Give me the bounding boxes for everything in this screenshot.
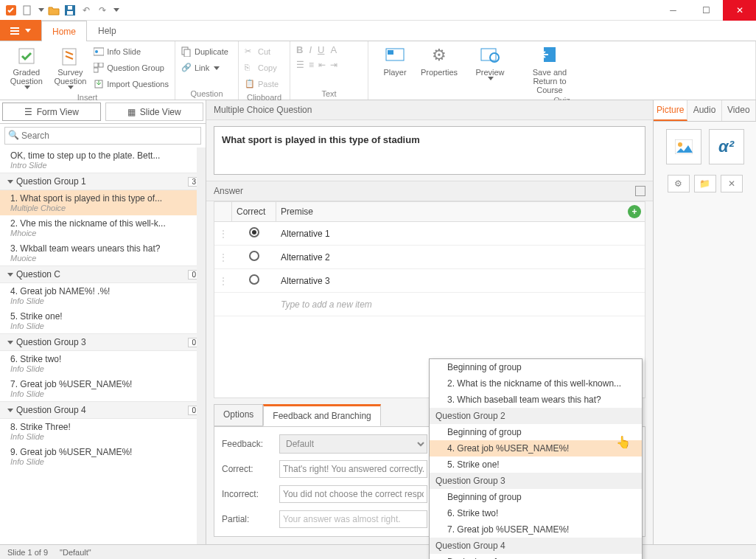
dropdown-item[interactable]: Beginning of group [430, 424, 642, 440]
answer-row-1[interactable]: ⋮Alternative 1 [214, 222, 645, 246]
dropdown-item[interactable]: 5. Strike one! [430, 456, 642, 473]
question-text-input[interactable]: What sport is played in this type of sta… [214, 126, 645, 175]
dropdown-item[interactable]: Beginning of group [430, 489, 642, 505]
minimize-button[interactable]: ─ [657, 0, 690, 21]
tab-help[interactable]: Help [87, 20, 127, 41]
indent-inc-icon[interactable]: ⇥ [330, 60, 337, 70]
nav-group-1[interactable]: Question Group 13 [0, 173, 206, 190]
feedback-tab[interactable]: Feedback and Branching [263, 404, 380, 426]
close-button[interactable]: ✕ [723, 0, 756, 21]
link-button[interactable]: 🔗Link [181, 60, 228, 75]
nav-q5[interactable]: 5. Strike one!Info Slide [0, 308, 206, 333]
dropdown-item[interactable]: 6. Strike two! [430, 505, 642, 521]
nav-q1-title: 1. What sport is played in this type of.… [10, 193, 200, 204]
correct-radio-3[interactable] [249, 274, 259, 285]
answer-row-2[interactable]: ⋮Alternative 2 [214, 246, 645, 269]
indent-dec-icon[interactable]: ⇤ [318, 60, 326, 70]
preview-button[interactable]: Preview [469, 44, 511, 80]
slide-view-tab[interactable]: ▦Slide View [105, 103, 204, 121]
options-tab[interactable]: Options [214, 404, 263, 426]
incorrect-input[interactable] [279, 485, 427, 503]
alt-2-text[interactable]: Alternative 2 [276, 252, 645, 263]
file-tab[interactable] [0, 20, 41, 41]
properties-label: Properties [421, 68, 458, 77]
survey-question-button[interactable]: Survey Question [50, 44, 91, 89]
dropdown-item[interactable]: 3. Which baseball team wears this hat? [430, 392, 642, 408]
preview-label: Preview [475, 68, 504, 77]
nav-q6[interactable]: 6. Strike two!Info Slide [0, 351, 206, 376]
nav-q9[interactable]: 9. Great job %USER_NAME%!Info Slide [0, 444, 206, 469]
new-dropdown[interactable] [38, 8, 44, 12]
nav-intro[interactable]: OK, time to step up to the plate. Bett..… [0, 147, 206, 173]
dropdown-item[interactable]: 7. Great job %USER_NAME%! [430, 521, 642, 538]
nav-q7[interactable]: 7. Great job %USER_NAME%!Info Slide [0, 376, 206, 401]
left-panel: ☰Form View ▦Slide View 🔍 OK, time to ste… [0, 100, 206, 544]
redo-icon[interactable]: ↷ [96, 4, 109, 17]
font-color-icon[interactable]: A [330, 44, 337, 55]
equation-placeholder[interactable]: α² [709, 129, 744, 164]
nav-q4[interactable]: 4. Great job NAME%! .%!Info Slide [0, 283, 206, 308]
dropdown-item[interactable]: Beginning of group [430, 359, 642, 375]
save-icon[interactable] [63, 4, 77, 17]
qat-dropdown[interactable] [113, 8, 119, 12]
nav-scrollbar[interactable] [197, 147, 206, 544]
nav-q2[interactable]: 2. Vhe mis the nickname of this well-k..… [0, 215, 206, 240]
info-slide-button[interactable]: Info Slide [94, 44, 169, 59]
answer-row-3[interactable]: ⋮Alternative 3 [214, 269, 645, 293]
media-settings-button[interactable]: ⚙ [668, 175, 690, 192]
tab-home[interactable]: Home [41, 21, 87, 41]
feedback-select[interactable]: Default [279, 434, 427, 454]
dropdown-item[interactable]: Beginning of group [430, 554, 642, 559]
graded-question-button[interactable]: Graded Question [6, 44, 47, 89]
image-placeholder[interactable] [666, 129, 701, 164]
answer-row-new[interactable]: Type to add a new item [214, 293, 645, 316]
nav-q1[interactable]: 1. What sport is played in this type of.… [0, 190, 206, 215]
save-return-button[interactable]: Save and Return to Course [520, 44, 579, 94]
open-icon[interactable] [47, 4, 60, 17]
undo-icon[interactable]: ↶ [80, 4, 93, 17]
search-input[interactable] [4, 127, 201, 145]
svg-point-11 [95, 50, 98, 53]
form-view-tab[interactable]: ☰Form View [2, 103, 101, 121]
picture-tab[interactable]: Picture [654, 100, 687, 121]
alt-3-text[interactable]: Alternative 3 [276, 276, 645, 286]
nav-group-4-label: Question Group 4 [16, 405, 86, 415]
nav-group-4[interactable]: Question Group 40 [0, 401, 206, 419]
nav-list: OK, time to step up to the plate. Bett..… [0, 147, 206, 469]
media-delete-button[interactable]: ✕ [721, 175, 743, 192]
bullets-icon[interactable]: ☰ [296, 60, 304, 70]
cut-button[interactable]: ✂Cut [245, 44, 279, 59]
correct-radio-1[interactable] [249, 227, 259, 237]
nav-intro-title: OK, time to step up to the plate. Bett..… [10, 150, 200, 161]
nav-group-3[interactable]: Question Group 30 [0, 333, 206, 351]
import-questions-button[interactable]: Import Questions [94, 77, 169, 91]
answer-expand-icon[interactable] [635, 186, 645, 196]
properties-button[interactable]: ⚙Properties [419, 44, 460, 77]
video-tab[interactable]: Video [722, 100, 756, 121]
partial-input[interactable] [279, 510, 427, 528]
new-icon[interactable] [21, 4, 34, 17]
branch-dropdown-popup[interactable]: Beginning of group2. What is the nicknam… [429, 358, 643, 559]
maximize-button[interactable]: ☐ [690, 0, 723, 21]
add-answer-button[interactable]: + [628, 205, 641, 218]
nav-q2-sub: Mhoice [10, 229, 200, 237]
correct-radio-2[interactable] [249, 251, 259, 261]
dropdown-item[interactable]: 4. Great job %USER_NAME%! [430, 440, 642, 456]
numbering-icon[interactable]: ≡ [309, 60, 314, 70]
paste-button[interactable]: 📋Paste [245, 77, 279, 91]
copy-button[interactable]: ⎘Copy [245, 60, 279, 75]
nav-group-2[interactable]: Question C0 [0, 265, 206, 283]
duplicate-button[interactable]: Duplicate [181, 44, 228, 59]
question-group-button[interactable]: Question Group [94, 60, 169, 75]
correct-input[interactable] [279, 460, 427, 478]
alt-1-text[interactable]: Alternative 1 [276, 229, 645, 239]
nav-q8[interactable]: 8. Strike Three!Info Slide [0, 419, 206, 444]
slide-view-icon: ▦ [127, 107, 136, 117]
dropdown-item[interactable]: 2. What is the nickname of this well-kno… [430, 375, 642, 392]
audio-tab[interactable]: Audio [687, 100, 721, 121]
new-item-placeholder[interactable]: Type to add a new item [276, 299, 645, 310]
nav-q3[interactable]: 3. Wkball team wears unears this hat?Muo… [0, 240, 206, 265]
nav-q6-title: 6. Strike two! [10, 354, 200, 364]
media-open-button[interactable]: 📁 [694, 175, 716, 192]
player-button[interactable]: Player [374, 44, 416, 77]
